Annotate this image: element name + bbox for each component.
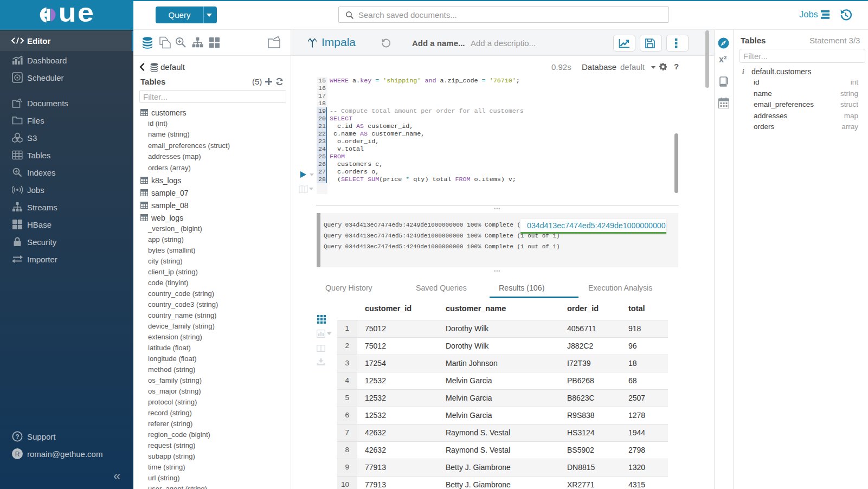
svg-text:ue: ue xyxy=(59,7,94,23)
svg-text:?: ? xyxy=(15,433,19,441)
svg-text:R: R xyxy=(15,451,20,458)
